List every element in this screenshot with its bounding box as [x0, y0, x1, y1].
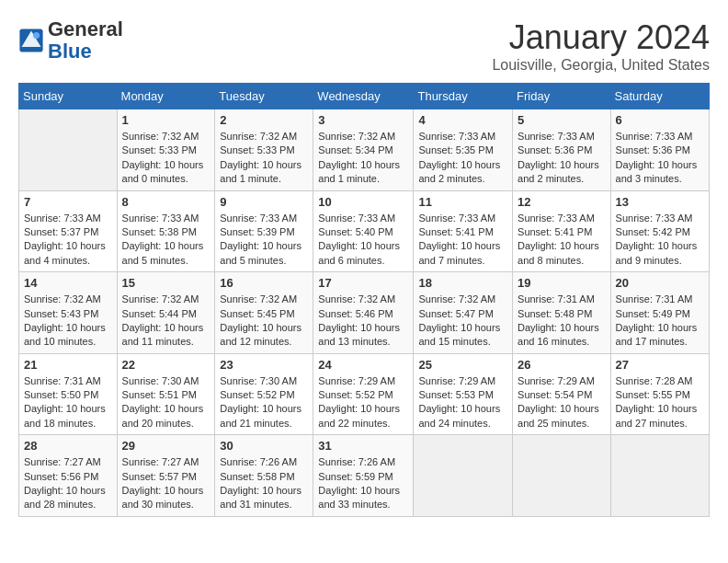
day-info: Sunrise: 7:27 AMSunset: 5:57 PMDaylight:… [122, 455, 210, 512]
calendar-cell: 29Sunrise: 7:27 AMSunset: 5:57 PMDayligh… [117, 435, 215, 517]
calendar-cell: 4Sunrise: 7:33 AMSunset: 5:35 PMDaylight… [414, 109, 513, 191]
day-number: 4 [418, 113, 507, 127]
day-number: 15 [122, 276, 210, 290]
day-number: 25 [418, 358, 507, 372]
day-info: Sunrise: 7:26 AMSunset: 5:58 PMDaylight:… [220, 455, 308, 512]
day-number: 1 [122, 113, 210, 127]
calendar-cell: 22Sunrise: 7:30 AMSunset: 5:51 PMDayligh… [117, 353, 215, 435]
logo-blue: Blue [48, 40, 92, 63]
logo-text: General Blue [48, 18, 123, 63]
day-info: Sunrise: 7:32 AMSunset: 5:34 PMDaylight:… [318, 130, 408, 187]
col-tuesday: Tuesday [215, 84, 313, 109]
calendar-cell: 9Sunrise: 7:33 AMSunset: 5:39 PMDaylight… [215, 190, 313, 272]
col-saturday: Saturday [610, 84, 709, 109]
day-number: 10 [318, 195, 408, 209]
day-number: 27 [616, 358, 704, 372]
day-number: 23 [220, 358, 308, 372]
col-friday: Friday [513, 84, 611, 109]
day-info: Sunrise: 7:31 AMSunset: 5:48 PMDaylight:… [518, 293, 606, 350]
day-info: Sunrise: 7:29 AMSunset: 5:52 PMDaylight:… [318, 374, 408, 431]
day-number: 26 [518, 358, 606, 372]
day-info: Sunrise: 7:30 AMSunset: 5:52 PMDaylight:… [220, 374, 308, 431]
logo-general: General [48, 17, 123, 40]
day-info: Sunrise: 7:33 AMSunset: 5:40 PMDaylight:… [318, 212, 408, 269]
calendar-cell: 21Sunrise: 7:31 AMSunset: 5:50 PMDayligh… [19, 353, 118, 435]
calendar-week-5: 28Sunrise: 7:27 AMSunset: 5:56 PMDayligh… [19, 435, 710, 517]
day-info: Sunrise: 7:33 AMSunset: 5:36 PMDaylight:… [616, 130, 704, 187]
month-title: January 2024 [492, 18, 710, 57]
calendar-cell: 27Sunrise: 7:28 AMSunset: 5:55 PMDayligh… [610, 353, 709, 435]
day-number: 19 [518, 276, 606, 290]
calendar-header: Sunday Monday Tuesday Wednesday Thursday… [19, 84, 710, 109]
day-number: 9 [220, 195, 308, 209]
day-info: Sunrise: 7:29 AMSunset: 5:54 PMDaylight:… [518, 374, 606, 431]
calendar-cell: 2Sunrise: 7:32 AMSunset: 5:33 PMDaylight… [215, 109, 313, 191]
calendar-cell: 26Sunrise: 7:29 AMSunset: 5:54 PMDayligh… [513, 353, 611, 435]
day-info: Sunrise: 7:27 AMSunset: 5:56 PMDaylight:… [24, 455, 112, 512]
day-info: Sunrise: 7:31 AMSunset: 5:50 PMDaylight:… [24, 374, 112, 431]
calendar-cell: 7Sunrise: 7:33 AMSunset: 5:37 PMDaylight… [19, 190, 118, 272]
day-info: Sunrise: 7:32 AMSunset: 5:33 PMDaylight:… [122, 130, 210, 187]
calendar-cell: 14Sunrise: 7:32 AMSunset: 5:43 PMDayligh… [19, 272, 118, 354]
day-info: Sunrise: 7:33 AMSunset: 5:39 PMDaylight:… [220, 212, 308, 269]
calendar-cell [513, 435, 611, 517]
day-number: 2 [220, 113, 308, 127]
title-block: January 2024 Louisville, Georgia, United… [492, 18, 710, 74]
day-number: 3 [318, 113, 408, 127]
calendar-cell: 11Sunrise: 7:33 AMSunset: 5:41 PMDayligh… [414, 190, 513, 272]
calendar-cell: 12Sunrise: 7:33 AMSunset: 5:41 PMDayligh… [513, 190, 611, 272]
day-info: Sunrise: 7:28 AMSunset: 5:55 PMDaylight:… [616, 374, 704, 431]
calendar-cell: 17Sunrise: 7:32 AMSunset: 5:46 PMDayligh… [313, 272, 414, 354]
calendar-cell: 28Sunrise: 7:27 AMSunset: 5:56 PMDayligh… [19, 435, 118, 517]
calendar-cell [414, 435, 513, 517]
day-info: Sunrise: 7:29 AMSunset: 5:53 PMDaylight:… [418, 374, 507, 431]
day-info: Sunrise: 7:30 AMSunset: 5:51 PMDaylight:… [122, 374, 210, 431]
calendar-table: Sunday Monday Tuesday Wednesday Thursday… [18, 83, 710, 517]
day-info: Sunrise: 7:33 AMSunset: 5:35 PMDaylight:… [418, 130, 507, 187]
calendar-cell: 13Sunrise: 7:33 AMSunset: 5:42 PMDayligh… [610, 190, 709, 272]
day-number: 31 [318, 439, 408, 453]
day-number: 16 [220, 276, 308, 290]
page-header: General Blue January 2024 Louisville, Ge… [18, 18, 710, 74]
calendar-cell: 8Sunrise: 7:33 AMSunset: 5:38 PMDaylight… [117, 190, 215, 272]
calendar-cell: 10Sunrise: 7:33 AMSunset: 5:40 PMDayligh… [313, 190, 414, 272]
day-info: Sunrise: 7:33 AMSunset: 5:37 PMDaylight:… [24, 212, 112, 269]
calendar-cell: 18Sunrise: 7:32 AMSunset: 5:47 PMDayligh… [414, 272, 513, 354]
calendar-cell: 5Sunrise: 7:33 AMSunset: 5:36 PMDaylight… [513, 109, 611, 191]
svg-point-2 [33, 32, 40, 39]
day-info: Sunrise: 7:32 AMSunset: 5:46 PMDaylight:… [318, 293, 408, 350]
day-info: Sunrise: 7:33 AMSunset: 5:38 PMDaylight:… [122, 212, 210, 269]
calendar-cell: 25Sunrise: 7:29 AMSunset: 5:53 PMDayligh… [414, 353, 513, 435]
header-row: Sunday Monday Tuesday Wednesday Thursday… [19, 84, 710, 109]
day-number: 8 [122, 195, 210, 209]
col-thursday: Thursday [414, 84, 513, 109]
calendar-cell: 15Sunrise: 7:32 AMSunset: 5:44 PMDayligh… [117, 272, 215, 354]
calendar-cell [19, 109, 118, 191]
day-info: Sunrise: 7:26 AMSunset: 5:59 PMDaylight:… [318, 455, 408, 512]
day-number: 21 [24, 358, 112, 372]
col-sunday: Sunday [19, 84, 118, 109]
calendar-cell: 20Sunrise: 7:31 AMSunset: 5:49 PMDayligh… [610, 272, 709, 354]
day-number: 14 [24, 276, 112, 290]
day-number: 30 [220, 439, 308, 453]
calendar-body: 1Sunrise: 7:32 AMSunset: 5:33 PMDaylight… [19, 109, 710, 517]
day-info: Sunrise: 7:33 AMSunset: 5:41 PMDaylight:… [418, 212, 507, 269]
calendar-cell: 1Sunrise: 7:32 AMSunset: 5:33 PMDaylight… [117, 109, 215, 191]
day-info: Sunrise: 7:33 AMSunset: 5:41 PMDaylight:… [518, 212, 606, 269]
day-info: Sunrise: 7:32 AMSunset: 5:45 PMDaylight:… [220, 293, 308, 350]
day-number: 28 [24, 439, 112, 453]
day-info: Sunrise: 7:31 AMSunset: 5:49 PMDaylight:… [616, 293, 704, 350]
calendar-cell: 16Sunrise: 7:32 AMSunset: 5:45 PMDayligh… [215, 272, 313, 354]
day-number: 29 [122, 439, 210, 453]
calendar-cell: 3Sunrise: 7:32 AMSunset: 5:34 PMDaylight… [313, 109, 414, 191]
location: Louisville, Georgia, United States [492, 57, 710, 74]
calendar-cell: 19Sunrise: 7:31 AMSunset: 5:48 PMDayligh… [513, 272, 611, 354]
day-info: Sunrise: 7:32 AMSunset: 5:43 PMDaylight:… [24, 293, 112, 350]
day-number: 7 [24, 195, 112, 209]
day-number: 5 [518, 113, 606, 127]
col-monday: Monday [117, 84, 215, 109]
calendar-cell: 24Sunrise: 7:29 AMSunset: 5:52 PMDayligh… [313, 353, 414, 435]
calendar-week-3: 14Sunrise: 7:32 AMSunset: 5:43 PMDayligh… [19, 272, 710, 354]
calendar-cell: 6Sunrise: 7:33 AMSunset: 5:36 PMDaylight… [610, 109, 709, 191]
day-number: 11 [418, 195, 507, 209]
